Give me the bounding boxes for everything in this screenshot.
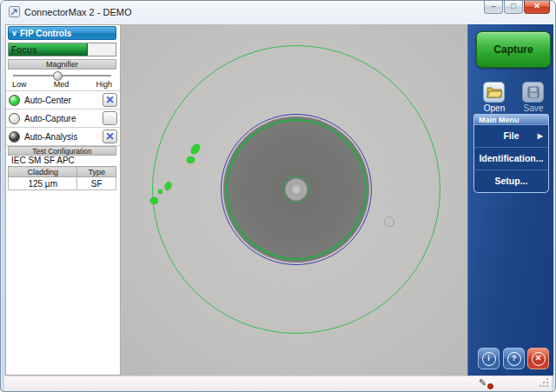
focus-label: Focus: [11, 45, 36, 55]
fiber-image: [121, 24, 467, 375]
auto-analysis-checkbox[interactable]: ✕: [103, 130, 117, 143]
save-button-label: Save: [516, 103, 551, 113]
save-button[interactable]: [522, 82, 544, 103]
menu-item-file-label: File: [503, 130, 519, 141]
window-title: ConnectorMax 2 - DEMO: [24, 7, 131, 17]
fip-controls-panel: v FIP Controls Focus Magnifier Low Med H…: [5, 24, 121, 375]
help-button[interactable]: ?: [503, 348, 525, 369]
open-button[interactable]: [483, 82, 505, 103]
type-value: SF: [77, 177, 116, 190]
help-icon: ?: [507, 352, 521, 366]
status-bar: ✎: [4, 375, 552, 390]
table-header-cladding: Cladding: [9, 167, 77, 177]
resize-grip[interactable]: [539, 378, 549, 388]
toggle-row-auto-center: Auto-Center ✕: [6, 91, 120, 110]
menu-item-identification-label: Identification...: [479, 153, 543, 163]
app-icon: [9, 6, 20, 17]
table-header-type: Type: [77, 167, 116, 177]
close-button[interactable]: ✕: [524, 1, 550, 14]
magnifier-label: Magnifier: [8, 59, 116, 70]
auto-center-checkbox[interactable]: ✕: [103, 93, 117, 107]
minimize-button[interactable]: –: [484, 1, 503, 14]
auto-toggle-list: Auto-Center ✕ Auto-Capture Auto-Analysis…: [6, 90, 120, 146]
toggle-row-auto-capture: Auto-Capture: [6, 110, 120, 128]
auto-capture-label: Auto-Capture: [24, 114, 103, 123]
window-controls: – □ ✕: [484, 1, 550, 14]
test-configuration-header: Test Configuration: [8, 146, 116, 156]
signature-pen-dot: [487, 383, 493, 389]
focus-indicator: Focus: [8, 43, 116, 56]
toggle-row-auto-analysis: Auto-Analysis ✕: [6, 128, 120, 146]
open-folder-icon: [486, 86, 502, 98]
magnifier-level-high: High: [96, 80, 112, 90]
defect-blob: [158, 189, 162, 194]
maximize-button[interactable]: □: [504, 1, 523, 14]
info-button[interactable]: i: [478, 348, 500, 369]
save-disk-icon: [527, 86, 539, 98]
auto-analysis-led-icon: [9, 131, 20, 143]
app-window: ConnectorMax 2 - DEMO – □ ✕ v FIP Contro…: [0, 0, 556, 392]
open-button-label: Open: [477, 103, 512, 113]
menu-item-identification[interactable]: Identification...: [474, 147, 548, 169]
auto-capture-checkbox[interactable]: [103, 111, 117, 125]
info-icon: i: [482, 352, 496, 366]
auto-capture-led-icon: [9, 113, 20, 124]
table-row: 125 µm SF: [9, 177, 116, 190]
defect-blob: [150, 197, 158, 204]
titlebar: ConnectorMax 2 - DEMO – □ ✕: [1, 1, 555, 24]
exit-button[interactable]: ✕: [527, 348, 549, 369]
auto-analysis-label: Auto-Analysis: [24, 132, 103, 142]
magnifier-levels: Low Med High: [8, 80, 116, 90]
fip-controls-title: FIP Controls: [20, 29, 71, 38]
menu-item-file[interactable]: File ▶: [474, 125, 548, 147]
main-menu-items: File ▶ Identification... Setup...: [473, 125, 549, 193]
exit-icon: ✕: [532, 352, 546, 366]
main-menu: Main Menu File ▶ Identification... Setup…: [473, 114, 549, 193]
defect-blob: [187, 156, 195, 163]
zone-circle-core-zone: [282, 176, 310, 203]
menu-item-setup[interactable]: Setup...: [474, 169, 548, 192]
auto-center-label: Auto-Center: [24, 96, 103, 105]
main-menu-header: Main Menu: [473, 114, 549, 125]
chevron-down-icon: v: [12, 30, 17, 37]
magnifier-level-low: Low: [12, 80, 27, 90]
fip-controls-header[interactable]: v FIP Controls: [8, 26, 116, 40]
test-configuration-table: Cladding Type 125 µm SF: [8, 166, 116, 190]
capture-button[interactable]: Capture: [476, 31, 551, 68]
signature-pen-icon: ✎: [479, 377, 486, 389]
dust-artifact: [384, 216, 394, 227]
menu-item-setup-label: Setup...: [495, 176, 528, 186]
action-panel: Capture Open Save Main Menu File ▶: [467, 24, 553, 375]
auto-center-led-icon: [9, 95, 20, 106]
submenu-arrow-icon: ▶: [538, 125, 543, 147]
cladding-value: 125 µm: [9, 177, 77, 190]
magnifier-level-med: Med: [54, 80, 70, 90]
